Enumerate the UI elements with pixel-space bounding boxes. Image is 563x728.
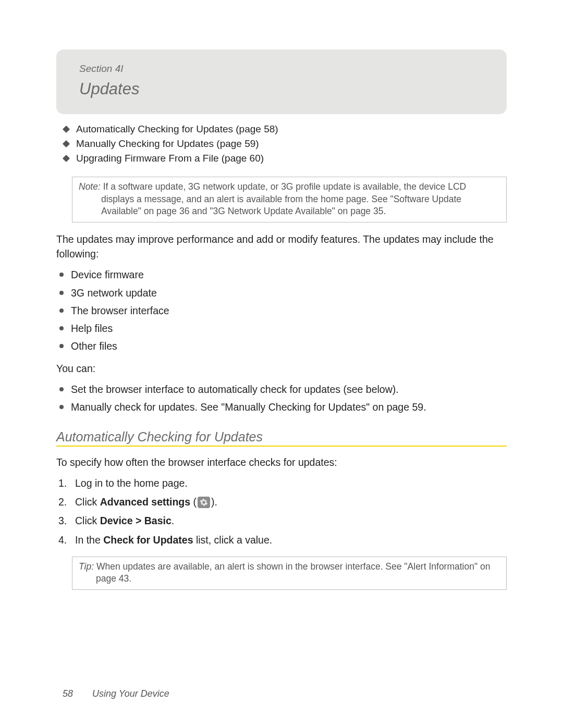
- page-number: 58: [63, 688, 90, 699]
- toc-item: Upgrading Firmware From a File (page 60): [64, 153, 507, 164]
- you-can-label: You can:: [56, 361, 507, 376]
- gear-icon: [198, 497, 210, 508]
- section-header: Section 4I Updates: [56, 50, 507, 114]
- toc-text: Manually Checking for Updates (page 59): [76, 138, 259, 150]
- bullet-icon: [59, 344, 64, 348]
- bullet-icon: [59, 387, 64, 391]
- subheading: Automatically Checking for Updates: [56, 429, 507, 445]
- toc-text: Upgrading Firmware From a File (page 60): [76, 153, 264, 164]
- tip-body: When updates are available, an alert is …: [94, 561, 490, 584]
- table-of-contents: Automatically Checking for Updates (page…: [64, 124, 507, 164]
- include-list: Device firmware 3G network update The br…: [56, 267, 507, 353]
- list-item: Manually check for updates. See "Manuall…: [56, 400, 507, 414]
- step-item: Log in to the home page.: [58, 476, 507, 490]
- list-item: 3G network update: [56, 286, 507, 300]
- section-title: Updates: [79, 80, 484, 98]
- toc-item: Automatically Checking for Updates (page…: [64, 124, 507, 135]
- step-item: Click Advanced settings ().: [58, 495, 507, 509]
- you-can-list: Set the browser interface to automatical…: [56, 382, 507, 415]
- bullet-icon: [59, 273, 64, 277]
- intro-paragraph: The updates may improve performance and …: [56, 232, 507, 262]
- page-footer: 58 Using Your Device: [63, 688, 169, 699]
- chapter-name: Using Your Device: [92, 688, 169, 699]
- step-item: Click Device > Basic.: [58, 513, 507, 528]
- divider: [56, 446, 507, 447]
- step-item: In the Check for Updates list, click a v…: [58, 533, 507, 547]
- bullet-icon: [59, 326, 64, 330]
- section-label: Section 4I: [79, 63, 484, 75]
- bold-text: Advanced settings: [100, 496, 190, 508]
- tip-box: Tip: When updates are available, an aler…: [72, 557, 507, 590]
- document-page: Section 4I Updates Automatically Checkin…: [0, 0, 563, 590]
- toc-text: Automatically Checking for Updates (page…: [76, 124, 278, 135]
- list-item: The browser interface: [56, 303, 507, 318]
- diamond-icon: [63, 155, 70, 162]
- list-item: Help files: [56, 321, 507, 336]
- toc-item: Manually Checking for Updates (page 59): [64, 138, 507, 150]
- bold-text: Device > Basic: [100, 515, 172, 526]
- note-body: If a software update, 3G network update,…: [101, 181, 466, 216]
- list-item: Set the browser interface to automatical…: [56, 382, 507, 397]
- tip-lead: Tip:: [79, 561, 94, 572]
- bullet-icon: [59, 405, 64, 409]
- list-item: Device firmware: [56, 267, 507, 282]
- diamond-icon: [63, 140, 70, 147]
- sub-intro: To specify how often the browser interfa…: [56, 455, 507, 470]
- note-box: Note: If a software update, 3G network u…: [72, 177, 507, 223]
- bullet-icon: [59, 291, 64, 295]
- diamond-icon: [63, 126, 70, 133]
- bullet-icon: [59, 309, 64, 313]
- bold-text: Check for Updates: [103, 534, 193, 546]
- list-item: Other files: [56, 339, 507, 353]
- note-lead: Note:: [79, 181, 101, 192]
- steps-list: Log in to the home page. Click Advanced …: [58, 476, 507, 547]
